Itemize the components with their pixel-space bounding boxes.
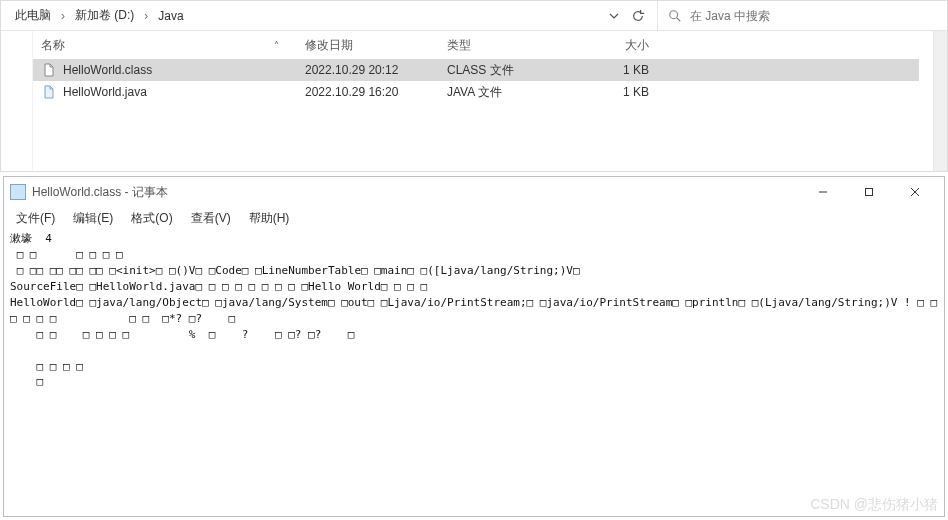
column-header-type[interactable]: 类型 xyxy=(439,37,577,54)
vertical-scrollbar[interactable] xyxy=(933,31,947,171)
file-size: 1 KB xyxy=(577,85,657,99)
breadcrumb-item[interactable]: 新加卷 (D:) xyxy=(71,5,138,26)
column-header-row: 名称˄ 修改日期 类型 大小 xyxy=(33,31,919,59)
breadcrumb-item[interactable]: 此电脑 xyxy=(11,5,55,26)
menu-edit[interactable]: 编辑(E) xyxy=(65,208,121,229)
file-size: 1 KB xyxy=(577,63,657,77)
sort-indicator-asc-icon: ˄ xyxy=(274,40,279,51)
file-icon xyxy=(41,84,57,100)
search-icon xyxy=(668,9,682,23)
svg-rect-3 xyxy=(866,189,873,196)
column-header-name[interactable]: 名称˄ xyxy=(33,37,297,54)
close-button[interactable] xyxy=(892,177,938,207)
notepad-window: HelloWorld.class - 记事本 文件(F) 编辑(E) 格式(O)… xyxy=(3,176,945,517)
menu-help[interactable]: 帮助(H) xyxy=(241,208,298,229)
chevron-right-icon: › xyxy=(59,9,67,23)
file-type: CLASS 文件 xyxy=(439,62,577,79)
chevron-right-icon: › xyxy=(142,9,150,23)
menu-file[interactable]: 文件(F) xyxy=(8,208,63,229)
minimize-button[interactable] xyxy=(800,177,846,207)
notepad-app-icon xyxy=(10,184,26,200)
svg-line-1 xyxy=(677,17,681,21)
file-date: 2022.10.29 20:12 xyxy=(297,63,439,77)
address-actions xyxy=(597,9,657,23)
menu-format[interactable]: 格式(O) xyxy=(123,208,180,229)
file-icon xyxy=(41,62,57,78)
maximize-button[interactable] xyxy=(846,177,892,207)
search-input[interactable] xyxy=(690,9,937,23)
address-bar-row: 此电脑 › 新加卷 (D:) › Java xyxy=(1,1,947,31)
window-title: HelloWorld.class - 记事本 xyxy=(32,184,800,201)
column-header-size[interactable]: 大小 xyxy=(577,37,657,54)
table-row[interactable]: HelloWorld.class 2022.10.29 20:12 CLASS … xyxy=(33,59,919,81)
window-controls xyxy=(800,177,938,207)
file-list[interactable]: 名称˄ 修改日期 类型 大小 HelloWorld.class 2022.10.… xyxy=(33,31,933,171)
file-date: 2022.10.29 16:20 xyxy=(297,85,439,99)
left-gutter xyxy=(1,31,33,171)
file-area: 名称˄ 修改日期 类型 大小 HelloWorld.class 2022.10.… xyxy=(1,31,947,171)
menubar: 文件(F) 编辑(E) 格式(O) 查看(V) 帮助(H) xyxy=(4,207,944,229)
breadcrumb-item[interactable]: Java xyxy=(154,7,187,25)
file-name: HelloWorld.java xyxy=(63,85,147,99)
search-box[interactable] xyxy=(657,1,947,30)
menu-view[interactable]: 查看(V) xyxy=(183,208,239,229)
dropdown-icon[interactable] xyxy=(609,11,619,21)
file-explorer: 此电脑 › 新加卷 (D:) › Java 名称˄ 修改日期 xyxy=(0,0,948,172)
table-row[interactable]: HelloWorld.java 2022.10.29 16:20 JAVA 文件… xyxy=(33,81,919,103)
file-type: JAVA 文件 xyxy=(439,84,577,101)
notepad-content[interactable]: 漱壕 4 □ □ □ □ □ □ □ □□ □□ □□ □□ □<init>□ … xyxy=(4,229,944,516)
file-name: HelloWorld.class xyxy=(63,63,152,77)
refresh-icon[interactable] xyxy=(631,9,645,23)
breadcrumb: 此电脑 › 新加卷 (D:) › Java xyxy=(1,5,597,26)
titlebar[interactable]: HelloWorld.class - 记事本 xyxy=(4,177,944,207)
column-header-date[interactable]: 修改日期 xyxy=(297,37,439,54)
svg-point-0 xyxy=(670,10,678,18)
